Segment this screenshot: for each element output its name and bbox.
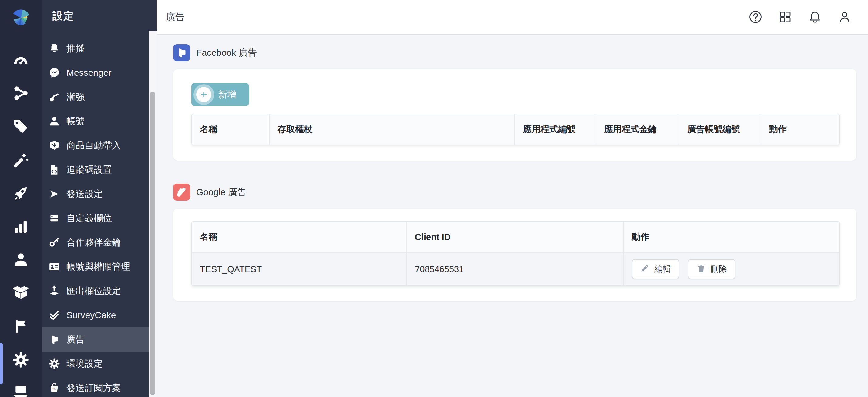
notifications-bell-icon[interactable] (808, 10, 822, 24)
facebook-ads-card: 新增 名稱 存取權杖 應用程式編號 應用程式金鑰 廣告帳號編號 動作 (173, 69, 857, 161)
bar-chart-icon (12, 218, 29, 235)
edit-button-label: 編輯 (654, 264, 671, 274)
sidebar-item-export-fields[interactable]: 匯出欄位設定 (41, 279, 149, 303)
rail-settings-button[interactable] (0, 343, 41, 376)
user-icon (48, 115, 60, 127)
sidebar-item-label: SurveyCake (66, 310, 116, 320)
rail-devices-button[interactable] (0, 376, 41, 397)
column-header-name: 名稱 (192, 222, 407, 252)
column-header-actions: 動作 (624, 222, 839, 252)
shopping-bag-percent-icon: % (48, 382, 60, 394)
rail-campaign-button[interactable] (0, 176, 41, 210)
google-section-title: Google 廣告 (196, 186, 246, 199)
sidebar-item-label: 商品自動帶入 (66, 139, 121, 152)
google-ads-glyph-icon (176, 186, 188, 198)
sidebar-item-label: 帳號與權限管理 (66, 261, 130, 273)
topbar-icons (748, 10, 851, 24)
open-box-icon (12, 285, 29, 302)
messenger-icon (48, 67, 60, 79)
rail-dashboard-button[interactable] (0, 43, 41, 76)
table-row-client-id: 7085465531 (407, 252, 624, 286)
app-logo[interactable] (0, 0, 41, 30)
main-area: 廣告 Facebook 廣告 (157, 0, 868, 397)
column-header-ad-account-id: 廣告帳號編號 (679, 114, 761, 144)
column-header-access-token: 存取權杖 (270, 114, 515, 144)
sidebar-item-product-import[interactable]: 商品自動帶入 (41, 133, 149, 158)
sidebar-item-tracking-code[interactable]: 追蹤碼設置 (41, 158, 149, 182)
content-area: Facebook 廣告 新增 名稱 存取權杖 應用程式編號 應用程式金鑰 廣告帳… (157, 35, 868, 397)
sidebar-item-label: 追蹤碼設置 (66, 164, 112, 176)
sidebar-item-label: 環境設定 (66, 358, 103, 370)
column-header-client-id: Client ID (407, 222, 624, 252)
sidebar-item-send-settings[interactable]: 發送設定 (41, 182, 149, 206)
plus-circle-icon (196, 87, 211, 102)
facebook-section-title: Facebook 廣告 (196, 47, 257, 59)
sidebar-scrollbar-thumb[interactable] (150, 92, 155, 395)
sidebar-item-push[interactable]: 推播 (41, 36, 149, 61)
delete-button-label: 刪除 (711, 264, 727, 274)
sidebar-item-messenger[interactable]: Messenger (41, 61, 149, 85)
sidebar-item-label: 合作夥伴金鑰 (66, 236, 121, 249)
rail-tags-button[interactable] (0, 110, 41, 143)
sidebar-item-label: 自定義欄位 (66, 212, 112, 225)
edit-button[interactable]: 編輯 (632, 259, 679, 279)
rail-automation-button[interactable] (0, 143, 41, 176)
rail-share-button[interactable] (0, 76, 41, 110)
sidebar-item-permissions[interactable]: 帳號與權限管理 (41, 255, 149, 279)
column-header-app-secret: 應用程式金鑰 (596, 114, 679, 144)
table-row-actions: 編輯 刪除 (624, 252, 839, 286)
sidebar-item-account[interactable]: 帳號 (41, 109, 149, 133)
page-title: 廣告 (166, 11, 185, 23)
facebook-section-header: Facebook 廣告 (173, 44, 857, 61)
account-person-icon[interactable] (838, 10, 851, 24)
sidebar-item-custom-fields[interactable]: 自定義欄位 (41, 206, 149, 230)
tag-icon (12, 118, 29, 135)
google-section-header: Google 廣告 (173, 184, 857, 201)
sidebar-item-crescendo[interactable]: 漸強 (41, 85, 149, 109)
megaphone-icon (48, 333, 60, 345)
sidebar-item-ads[interactable]: 廣告 (41, 327, 149, 352)
add-facebook-ad-button[interactable]: 新增 (191, 83, 249, 106)
add-button-label: 新增 (218, 89, 236, 101)
facebook-ads-icon (173, 44, 190, 61)
sidebar-item-label: 匯出欄位設定 (66, 285, 121, 297)
sidebar-item-partner-key[interactable]: 合作夥伴金鑰 (41, 230, 149, 255)
sidebar-scrollbar-track (149, 31, 157, 397)
active-rail-accent (0, 343, 3, 384)
megaphone-icon (176, 47, 188, 59)
code-file-icon (48, 164, 60, 176)
column-header-actions: 動作 (761, 114, 839, 144)
sidebar-item-subscription[interactable]: % 發送訂閱方案 (41, 376, 149, 397)
trash-icon (696, 264, 706, 274)
gear-icon (48, 358, 60, 370)
help-icon[interactable] (748, 10, 763, 24)
settings-sidebar: 設定 推播 Messenger 漸強 帳號 (41, 0, 157, 397)
delete-button[interactable]: 刪除 (688, 259, 736, 279)
sidebar-item-label: 漸強 (66, 91, 85, 103)
key-icon (48, 236, 60, 249)
crescendo-bird-icon (48, 91, 60, 103)
column-header-app-id: 應用程式編號 (515, 114, 596, 144)
double-check-icon (48, 309, 60, 321)
google-ads-table: 名稱 Client ID 動作 TEST_QATEST 7085465531 編… (191, 221, 840, 286)
apps-grid-icon[interactable] (778, 10, 792, 24)
sidebar-item-label: 帳號 (66, 115, 85, 128)
column-header-name: 名稱 (192, 114, 270, 144)
rail-flags-button[interactable] (0, 310, 41, 343)
sidebar-item-label: 廣告 (66, 333, 85, 346)
svg-text:%: % (53, 387, 56, 391)
icon-rail (0, 0, 41, 397)
laptop-icon (12, 385, 29, 397)
custom-fields-icon (48, 212, 60, 224)
sidebar-item-environment[interactable]: 環境設定 (41, 352, 149, 376)
rocket-icon (12, 185, 29, 201)
rail-buttons (0, 43, 41, 397)
table-row-name: TEST_QATEST (192, 252, 407, 286)
sidebar-item-surveycake[interactable]: SurveyCake (41, 303, 149, 327)
rail-analytics-button[interactable] (0, 210, 41, 243)
settings-menu: 推播 Messenger 漸強 帳號 商品自動帶入 (41, 36, 149, 397)
rail-products-button[interactable] (0, 276, 41, 310)
rail-contacts-button[interactable] (0, 243, 41, 276)
logo-pie-icon (9, 6, 33, 30)
sidebar-item-label: 推播 (66, 42, 85, 55)
